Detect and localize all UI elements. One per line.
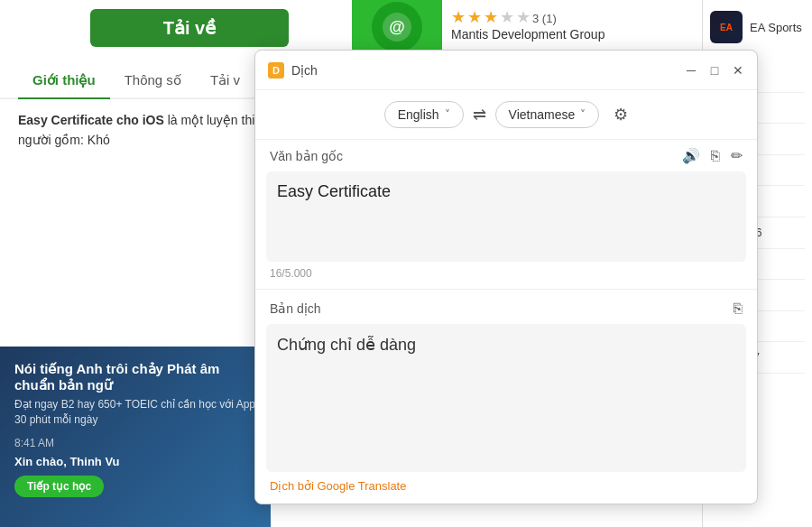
promo-greeting: Xin chào, Thinh Vu	[14, 455, 256, 468]
popup-lang-row: English ˅ ⇌ Vietnamese ˅ ⚙	[255, 90, 757, 140]
continue-button-wrapper: Tiếp tục học	[14, 476, 256, 497]
translation-icons: ⎘	[734, 300, 743, 317]
swap-languages-button[interactable]: ⇌	[473, 105, 486, 125]
rating-paren: (1)	[542, 12, 557, 25]
powered-by-label[interactable]: Dịch bởi Google Translate	[255, 472, 757, 504]
source-icons: 🔊 ⎘ ✏	[682, 147, 743, 164]
source-text-box[interactable]: Easy Certificate	[266, 171, 746, 262]
popup-titlebar: D Dịch ─ □ ✕	[255, 51, 757, 90]
settings-icon[interactable]: ⚙	[614, 105, 628, 125]
top-bar: Tải về @ ★ ★ ★ ★ ★ 3 (1) Mantis Developm…	[0, 0, 812, 54]
ea-label: EA Sports	[750, 21, 802, 34]
rating-area: ★ ★ ★ ★ ★ 3 (1) Mantis Development Group	[451, 7, 604, 42]
tab-download[interactable]: Tải v	[196, 63, 254, 99]
listen-icon[interactable]: 🔊	[682, 147, 700, 164]
rating-count: 3 (1)	[532, 12, 557, 25]
download-label: Tải về	[163, 17, 216, 39]
source-language-label: English	[398, 107, 439, 122]
popup-window-controls: ─ □ ✕	[685, 64, 744, 77]
source-text-content: Easy Certificate	[277, 182, 735, 201]
translation-text-content: Chứng chỉ dễ dàng	[277, 335, 735, 355]
source-section-label: Văn bản gốc	[270, 149, 343, 163]
target-language-label: Vietnamese	[509, 107, 576, 122]
tab-stats[interactable]: Thông số	[110, 63, 196, 99]
developer-name: Mantis Development Group	[451, 27, 604, 42]
maximize-button[interactable]: □	[708, 64, 721, 77]
translation-text-box: Chứng chỉ dễ dàng	[266, 324, 746, 472]
edit-source-icon[interactable]: ✏	[731, 147, 743, 164]
app-name-highlight: Easy Certificate	[18, 113, 113, 127]
section-divider	[255, 289, 757, 290]
promo-time: 8:41 AM	[14, 437, 256, 449]
app-logo-icon: @	[381, 11, 413, 43]
rating-value: 3	[532, 12, 539, 25]
source-lang-chevron: ˅	[445, 108, 450, 121]
translation-popup: D Dịch ─ □ ✕ English ˅ ⇌ Vietnamese ˅ ⚙ …	[254, 50, 758, 504]
star-1: ★	[451, 7, 466, 27]
tab-intro[interactable]: Giới thiệu	[18, 63, 110, 99]
tab-intro-label: Giới thiệu	[32, 72, 96, 88]
star-2: ★	[467, 7, 482, 27]
star-5: ★	[516, 7, 531, 27]
ea-sports-tab[interactable]: EA EA Sports	[702, 0, 812, 54]
promo-banner: Nói tiếng Anh trôi chảy Phát âm chuẩn bả…	[0, 347, 271, 527]
popup-title-left: D Dịch	[268, 62, 318, 79]
star-4: ★	[500, 7, 514, 27]
continue-button[interactable]: Tiếp tục học	[14, 476, 104, 497]
char-count: 16/5.000	[255, 262, 757, 285]
svg-text:D: D	[272, 65, 280, 76]
tab-stats-label: Thông số	[125, 72, 181, 88]
download-button[interactable]: Tải về	[90, 9, 289, 47]
svg-text:@: @	[389, 18, 405, 36]
translation-section-header: Bản dịch ⎘	[255, 293, 757, 324]
translation-section-label: Bản dịch	[270, 301, 321, 316]
minimize-button[interactable]: ─	[685, 64, 697, 77]
promo-subtitle: Đạt ngay B2 hay 650+ TOEIC chỉ cần học v…	[14, 397, 256, 428]
ea-icon: EA	[710, 11, 743, 43]
app-platform: cho iOS	[116, 113, 164, 127]
stars-row: ★ ★ ★ ★ ★ 3 (1)	[451, 7, 604, 27]
close-button[interactable]: ✕	[732, 64, 744, 77]
copy-source-icon[interactable]: ⎘	[711, 148, 720, 164]
app-icon-area: @	[352, 0, 442, 54]
target-lang-chevron: ˅	[580, 108, 586, 121]
app-icon: @	[372, 2, 422, 52]
star-3: ★	[484, 7, 498, 27]
source-section-header: Văn bản gốc 🔊 ⎘ ✏	[255, 140, 757, 171]
source-language-select[interactable]: English ˅	[384, 101, 464, 128]
tab-download-label: Tải v	[210, 72, 240, 88]
popup-title-text: Dịch	[291, 63, 318, 78]
copy-translation-icon[interactable]: ⎘	[734, 300, 743, 317]
promo-title: Nói tiếng Anh trôi chảy Phát âm chuẩn bả…	[14, 361, 256, 393]
translate-app-icon: D	[268, 62, 284, 79]
target-language-select[interactable]: Vietnamese ˅	[495, 101, 600, 128]
